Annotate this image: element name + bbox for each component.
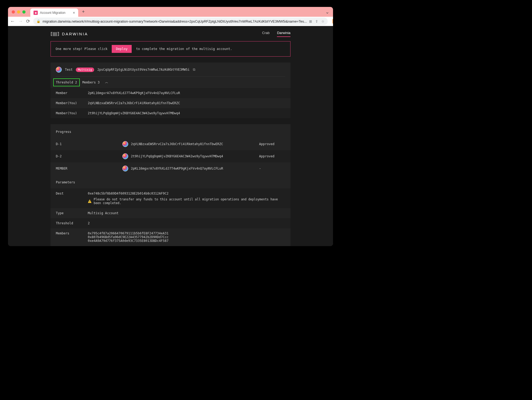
progress-id: D-2 [56, 154, 122, 158]
progress-card: Progress D-1 2qVLNBzxaEWSRrvC2a7sJ6bCrFi… [51, 124, 290, 246]
page-content: ⟦||||⟧ DARWINIA Crab Darwinia One more s… [8, 26, 333, 246]
member-row: Member 2pKL16mgxrA7x8YhXLdJ7T4wKP9gKjxFV… [51, 88, 290, 98]
member-label: Member(You) [56, 111, 88, 115]
member-address: 2qVLNBzxaEWSRrvC2a7sJ6bCrFi4iRkmtahy81fn… [88, 101, 180, 105]
account-address: 2psCqUpRFZptgLNiDtUyst9Ves7nWRwL7AzKdKbt… [97, 68, 190, 71]
account-card: Test Multisig 2psCqUpRFZptgLNiDtUyst9Ves… [51, 62, 290, 118]
summary-row: Threshold 2 Members 3 ︿ [56, 77, 285, 88]
param-label: Dest [56, 192, 88, 195]
param-row-members: Members 0x795c4f87a2066470679111b5b6fE8F… [51, 228, 290, 246]
network-nav: Crab Darwinia [262, 31, 290, 37]
member-address: 2t9hijYLPqQgDqmHjvZKBYG6E4AC3W42wo9yTqyw… [88, 111, 180, 115]
tab-dropdown-button[interactable]: ⌄ [325, 9, 329, 15]
member-address: 2pKL16mgxrA7x8YhXLdJ7T4wKP9gKjxFVv4nQ7ay… [88, 91, 180, 95]
param-row-dest: Dest 0xe748c5bf8b89D4f6093128E2b014b8c03… [51, 188, 290, 208]
progress-id: MEMBER [56, 167, 122, 170]
threshold-summary: Threshold 2 [53, 78, 80, 86]
collapse-members-icon[interactable]: ︿ [105, 80, 108, 85]
bookmark-icon[interactable]: ☆ [321, 19, 325, 23]
param-members-list: 0x795c4f87a2066470679111b5b6fE8F247734eA… [88, 231, 285, 243]
members-table: Member 2pKL16mgxrA7x8YhXLdJ7T4wKP9gKjxFV… [51, 88, 290, 118]
progress-row: D-1 2qVLNBzxaEWSRrvC2a7sJ6bCrFi4iRkmtahy… [51, 138, 290, 150]
forward-button[interactable]: → [18, 19, 23, 24]
progress-id: D-1 [56, 142, 122, 146]
back-button[interactable]: ← [10, 19, 15, 24]
param-row-type: Type Multisig Account [51, 208, 290, 218]
param-type-value: Multisig Account [88, 211, 285, 215]
parameters-title: Parameters [56, 175, 285, 188]
browser-tab[interactable]: ◈ Account Migration × [30, 9, 78, 17]
logo-text: DARWINIA [62, 32, 88, 36]
member-identicon [122, 141, 128, 147]
progress-status: Approved [253, 154, 285, 158]
url-field[interactable]: 🔒 migration.darwinia.network/#/multisig-… [33, 18, 328, 25]
close-tab-button[interactable]: × [73, 11, 75, 15]
progress-row: D-2 2t9hijYLPqQgDqmHjvZKBYG6E4AC3W42wo9y… [51, 150, 290, 162]
tab-title: Account Migration [40, 11, 65, 15]
members-value: 3 [98, 81, 99, 84]
share-icon[interactable]: ⇧ [315, 19, 318, 23]
logo-glyph-icon: ⟦||||⟧ [51, 31, 59, 36]
logo[interactable]: ⟦||||⟧ DARWINIA [51, 31, 88, 36]
progress-address: 2t9hijYLPqQgDqmHjvZKBYG6E4AC3W42wo9yTqyw… [131, 154, 223, 158]
notice-post-text: to complete the migration of the multisi… [136, 47, 232, 51]
favicon: ◈ [34, 11, 38, 15]
progress-table: D-1 2qVLNBzxaEWSRrvC2a7sJ6bCrFi4iRkmtahy… [51, 138, 290, 175]
extension-toolbar: ✦ ▣ ⋮ [331, 19, 333, 24]
progress-address: 2pKL16mgxrA7x8YhXLdJ7T4wKP9gKjxFVv4nQ7ay… [131, 167, 223, 170]
copy-address-icon[interactable]: ⧉ [193, 68, 195, 72]
maximize-window-button[interactable] [22, 10, 26, 14]
app-header: ⟦||||⟧ DARWINIA Crab Darwinia [8, 26, 333, 41]
param-member-address: 0x807b496Bd5fa96dC9E22A43577942b2D90Dd7C… [88, 235, 285, 239]
member-row: Member(You) 2t9hijYLPqQgDqmHjvZKBYG6E4AC… [51, 108, 290, 118]
minimize-window-button[interactable] [17, 10, 20, 14]
browser-window: ◈ Account Migration × + ⌄ ← → ⟳ 🔒 migrat… [8, 7, 333, 246]
threshold-label: Threshold [56, 81, 73, 84]
param-label: Members [56, 231, 88, 235]
progress-status: - [253, 167, 285, 170]
param-label: Type [56, 211, 88, 215]
progress-row: MEMBER 2pKL16mgxrA7x8YhXLdJ7T4wKP9gKjxFV… [51, 162, 290, 175]
reload-button[interactable]: ⟳ [26, 18, 30, 24]
members-summary: Members 3 [82, 81, 100, 84]
param-label: Threshold [56, 221, 88, 225]
url-text: migration.darwinia.network/#/multisig-ac… [43, 19, 307, 23]
nav-darwinia[interactable]: Darwinia [277, 31, 290, 37]
progress-status: Approved [253, 142, 285, 146]
param-row-threshold: Threshold 2 [51, 218, 290, 228]
nav-crab[interactable]: Crab [262, 31, 269, 37]
param-threshold-value: 2 [88, 221, 285, 225]
warning-icon: ⚠️ [88, 199, 92, 203]
progress-address: 2qVLNBzxaEWSRrvC2a7sJ6bCrFi4iRkmtahy81fn… [131, 142, 223, 146]
member-label: Member [56, 91, 88, 95]
account-identicon [56, 67, 62, 73]
address-bar: ← → ⟳ 🔒 migration.darwinia.network/#/mul… [8, 17, 333, 26]
new-tab-button[interactable]: + [82, 9, 85, 15]
close-window-button[interactable] [12, 10, 15, 14]
account-header: Test Multisig 2psCqUpRFZptgLNiDtUyst9Ves… [56, 67, 285, 77]
param-member-address: 0xe4A9A79d776f375A0de93C7335E8013DBDc4F5… [88, 239, 285, 243]
param-member-address: 0x795c4f87a2066470679111b5b6fE8F247734eA… [88, 231, 285, 235]
tab-bar: ◈ Account Migration × + ⌄ [8, 7, 333, 17]
threshold-value: 2 [75, 81, 77, 84]
account-name: Test [65, 68, 73, 71]
member-identicon [122, 166, 128, 171]
multisig-badge: Multisig [76, 68, 94, 72]
metamask-extension-icon[interactable] [332, 19, 333, 24]
lock-icon: 🔒 [36, 19, 40, 23]
warning-row: ⚠️ Please do not transfer any funds to t… [88, 197, 285, 205]
deploy-notice: One more step! Please click Deploy to co… [51, 41, 290, 57]
member-label: Member(You) [56, 101, 88, 105]
members-label: Members [82, 81, 96, 84]
param-dest-value: 0xe748c5bf8b89D4f6093128E2b014b8c0312AF9… [88, 192, 168, 195]
translate-icon[interactable]: ⊞ [309, 19, 312, 23]
member-identicon [122, 153, 128, 159]
traffic-lights [12, 10, 26, 14]
deploy-button[interactable]: Deploy [112, 45, 132, 53]
notice-pre-text: One more step! Please click [56, 47, 107, 51]
member-row: Member(You) 2qVLNBzxaEWSRrvC2a7sJ6bCrFi4… [51, 98, 290, 108]
warning-text: Please do not transfer any funds to this… [94, 197, 285, 205]
progress-title: Progress [56, 128, 285, 138]
